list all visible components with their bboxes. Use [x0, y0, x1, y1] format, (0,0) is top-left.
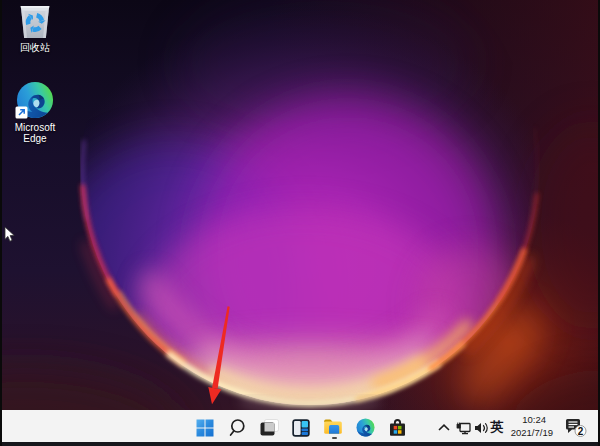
svg-text:2: 2: [578, 425, 584, 436]
